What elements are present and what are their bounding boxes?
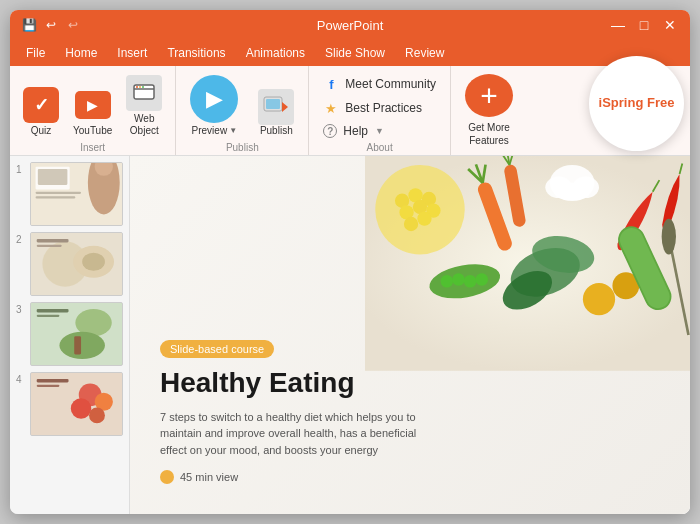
minimize-button[interactable]: — [610,17,626,33]
svg-rect-6 [266,99,280,109]
close-button[interactable]: ✕ [662,17,678,33]
slide-thumb-3 [30,302,123,366]
ispring-label: iSpring Free [599,95,675,112]
slide-content: Slide-based course Healthy Eating 7 step… [130,156,690,514]
slide-item-2[interactable]: 2 [16,232,123,296]
svg-point-59 [476,273,489,286]
publish-items: ▶ Preview ▼ [176,66,308,143]
titlebar: 💾 ↩ ↩ PowerPoint — □ ✕ [10,10,690,40]
slide-time: 45 min view [160,470,440,484]
get-more-icon: + [465,74,513,117]
preview-button[interactable]: ▶ Preview ▼ [184,72,244,139]
preview-icon: ▶ [190,75,238,123]
slide-item-3[interactable]: 3 [16,302,123,366]
slide-num-4: 4 [16,374,26,385]
svg-rect-28 [37,379,69,382]
web-object-icon [126,75,162,111]
insert-group-label: Insert [10,142,175,153]
svg-point-56 [441,275,454,288]
slide-thumb-4 [30,372,123,436]
svg-point-3 [139,86,141,88]
menu-transitions[interactable]: Transitions [159,44,233,62]
svg-rect-12 [36,196,76,198]
youtube-icon-box: ▶ [75,87,111,123]
menubar: File Home Insert Transitions Animations … [10,40,690,66]
star-icon: ★ [323,100,339,116]
svg-point-58 [464,275,477,288]
svg-point-4 [142,86,144,88]
svg-point-43 [418,211,432,225]
svg-point-2 [136,86,138,88]
slide-thumb-2 [30,232,123,296]
slide-text-area: Slide-based course Healthy Eating 7 step… [160,339,440,484]
help-icon: ? [323,124,337,138]
svg-point-57 [452,273,465,286]
window-title: PowerPoint [317,18,383,33]
slide-item-1[interactable]: 1 [16,162,123,226]
youtube-label: YouTube [73,125,112,137]
svg-rect-26 [74,336,81,354]
quiz-icon-box: ✓ [23,87,59,123]
svg-point-32 [71,398,91,418]
slide-view: Slide-based course Healthy Eating 7 step… [130,156,690,514]
facebook-icon: f [323,76,339,92]
svg-point-20 [82,253,105,271]
meet-community-label: Meet Community [345,77,436,91]
redo-icon[interactable]: ↩ [66,18,80,32]
slide-num-2: 2 [16,234,26,245]
menu-slideshow[interactable]: Slide Show [317,44,393,62]
slide-num-1: 1 [16,164,26,175]
meet-community-button[interactable]: f Meet Community [319,74,440,94]
slide-num-3: 3 [16,304,26,315]
help-button[interactable]: ? Help ▼ [319,122,440,140]
slide-item-4[interactable]: 4 [16,372,123,436]
undo-icon[interactable]: ↩ [44,18,58,32]
quiz-button[interactable]: ✓ Quiz [18,84,64,140]
youtube-button[interactable]: ▶ YouTube [68,84,117,140]
svg-rect-17 [37,239,69,242]
quiz-label: Quiz [31,125,52,137]
publish-button[interactable]: Publish [252,86,300,139]
svg-point-71 [662,219,676,255]
publish-label: Publish [260,125,293,136]
web-object-button[interactable]: WebObject [121,72,167,140]
insert-items: ✓ Quiz ▶ YouTube [10,66,175,144]
slide-panel[interactable]: 1 2 [10,156,130,514]
menu-review[interactable]: Review [397,44,452,62]
quiz-icon: ✓ [23,87,59,123]
preview-label: Preview [192,125,228,136]
menu-animations[interactable]: Animations [238,44,313,62]
ribbon-group-insert: ✓ Quiz ▶ YouTube [10,66,176,155]
main-area: 1 2 [10,156,690,514]
slide-time-label: 45 min view [180,471,238,483]
about-items: f Meet Community ★ Best Practices ? Help… [309,66,450,144]
menu-insert[interactable]: Insert [109,44,155,62]
help-chevron: ▼ [375,126,384,136]
get-more-features-button[interactable]: + Get MoreFeatures [451,66,527,155]
preview-chevron: ▼ [229,126,237,135]
app-window: 💾 ↩ ↩ PowerPoint — □ ✕ File Home Insert … [10,10,690,514]
svg-marker-7 [282,102,288,112]
svg-rect-23 [37,315,60,317]
best-practices-button[interactable]: ★ Best Practices [319,98,440,118]
ribbon-group-publish: ▶ Preview ▼ [176,66,309,155]
best-practices-label: Best Practices [345,101,422,115]
svg-rect-29 [37,385,60,387]
ribbon: ✓ Quiz ▶ YouTube [10,66,690,156]
slide-description: 7 steps to switch to a healthy diet whic… [160,409,440,459]
save-icon[interactable]: 💾 [22,18,36,32]
ribbon-group-about: f Meet Community ★ Best Practices ? Help… [309,66,451,155]
time-dot-icon [160,470,174,484]
slide-title: Healthy Eating [160,368,440,399]
window-controls: — □ ✕ [610,17,678,33]
svg-point-25 [59,332,105,359]
youtube-icon: ▶ [75,91,111,119]
svg-rect-22 [37,309,69,312]
maximize-button[interactable]: □ [636,17,652,33]
svg-point-33 [89,407,105,423]
web-object-label: WebObject [130,113,159,137]
menu-file[interactable]: File [18,44,53,62]
menu-home[interactable]: Home [57,44,105,62]
preview-label-area: Preview ▼ [192,125,238,136]
web-object-icon-box [126,75,162,111]
